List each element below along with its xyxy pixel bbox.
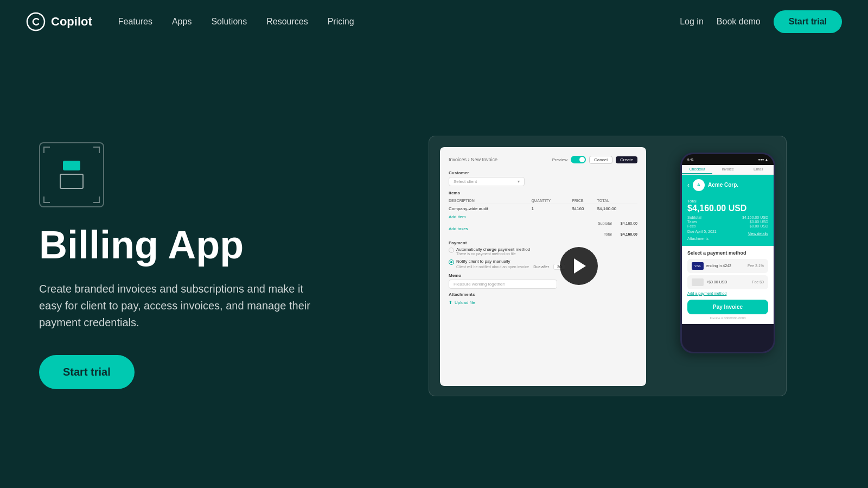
- invoice-header: Invoices › New Invoice Preview Cancel Cr…: [449, 156, 637, 164]
- card-ending: ending in 4242: [706, 264, 731, 268]
- ach-info-row: +$0.00 USD: [692, 278, 727, 286]
- hero-left: Billing App Create branded invoices and …: [39, 142, 354, 390]
- add-payment-link[interactable]: Add a payment method: [687, 291, 768, 295]
- phone-time: 9:41: [687, 158, 694, 161]
- upload-label: Upload file: [455, 300, 475, 305]
- attachments-label: Attachments: [449, 292, 637, 297]
- invoice-breadcrumb: Invoices › New Invoice: [449, 157, 497, 162]
- payment-label: Payment: [449, 240, 637, 245]
- add-item-link[interactable]: Add item: [449, 214, 637, 219]
- item-total: $4,160.00: [597, 204, 637, 213]
- items-label: Items: [449, 191, 637, 195]
- hero-title: Billing App: [39, 225, 354, 266]
- invoice-desktop-ui: Invoices › New Invoice Preview Cancel Cr…: [440, 147, 646, 386]
- phone-total-section: Total $4,160.00 USD Subtotal $4,160.00 U…: [682, 195, 774, 246]
- login-link[interactable]: Log in: [680, 17, 704, 27]
- phone-breakdown: Subtotal $4,160.00 USD Taxes $0.00 USD F…: [687, 216, 768, 228]
- breakdown-subtotal-label: Subtotal: [687, 216, 701, 219]
- item-quantity: 1: [531, 204, 572, 213]
- auto-charge-text: Automatically charge payment method Ther…: [456, 247, 530, 256]
- memo-input[interactable]: Pleasure working together!: [449, 280, 557, 289]
- billing-icon-top-shape: [63, 161, 80, 170]
- phone-signal: ●●● ▲: [758, 158, 768, 161]
- nav-item-solutions[interactable]: Solutions: [211, 17, 247, 27]
- corner-tr: [93, 147, 100, 153]
- items-section: Items DESCRIPTION QUANTITY PRICE TOTAL: [449, 191, 637, 236]
- pay-invoice-button[interactable]: Pay Invoice: [687, 300, 768, 314]
- corner-bl: [43, 197, 50, 203]
- items-table: DESCRIPTION QUANTITY PRICE TOTAL Company…: [449, 198, 637, 213]
- book-demo-link[interactable]: Book demo: [717, 17, 761, 27]
- auto-charge-label: Automatically charge payment method: [456, 247, 530, 252]
- billing-icon-bottom-shape: [60, 174, 84, 189]
- customer-section: Customer Select client ▾: [449, 170, 637, 186]
- preview-label: Preview: [552, 157, 567, 162]
- cancel-button[interactable]: Cancel: [589, 156, 612, 164]
- view-details-link[interactable]: View details: [748, 232, 768, 236]
- col-description: DESCRIPTION: [449, 198, 531, 204]
- svg-point-0: [27, 13, 44, 30]
- phone-mockup: 9:41 ●●● ▲ Checkout Invoice Email ‹ A Ac…: [680, 153, 775, 353]
- breakdown-fees-value: $0.00 USD: [750, 224, 768, 228]
- navbar: Copilot Features Apps Solutions Resource…: [0, 0, 868, 43]
- phone-tab-email[interactable]: Email: [743, 165, 774, 174]
- phone-company-header: ‹ A Acme Corp.: [682, 175, 774, 195]
- item-price: $4160: [572, 204, 597, 213]
- auto-charge-radio[interactable]: [449, 248, 454, 253]
- back-icon[interactable]: ‹: [687, 181, 690, 189]
- card-brand-icon: VISA: [694, 264, 700, 268]
- notify-radio[interactable]: [449, 259, 454, 265]
- auto-charge-sub: There is no payment method on file: [456, 252, 530, 256]
- total-label: Total: [604, 232, 612, 236]
- payment-method-card[interactable]: VISA ending in 4242 Fee 3.1%: [687, 259, 768, 273]
- col-total: TOTAL: [597, 198, 637, 204]
- create-button[interactable]: Create: [616, 156, 637, 163]
- due-after-row: Client will be notified about an open in…: [456, 264, 565, 270]
- upload-icon: ⬆: [449, 300, 452, 305]
- start-trial-nav-button[interactable]: Start trial: [774, 10, 842, 33]
- logo[interactable]: Copilot: [26, 12, 92, 31]
- payment-section-title: Select a payment method: [687, 250, 768, 256]
- invoice-total-row: Total $4,160.00: [449, 232, 637, 236]
- add-taxes-link[interactable]: Add taxes: [449, 226, 637, 231]
- upload-file-button[interactable]: ⬆ Upload file: [449, 300, 637, 305]
- hero-description: Create branded invoices and subscription…: [39, 281, 321, 331]
- ach-fee: Fee $0: [752, 280, 764, 284]
- nav-item-pricing[interactable]: Pricing: [328, 17, 354, 27]
- nav-right: Log in Book demo Start trial: [680, 10, 842, 33]
- subtotal-value: $4,160.00: [621, 221, 637, 225]
- phone-tabs: Checkout Invoice Email: [682, 165, 774, 175]
- nav-links: Features Apps Solutions Resources Pricin…: [118, 17, 354, 27]
- breakdown-taxes-label: Taxes: [687, 220, 697, 224]
- company-name: Acme Corp.: [708, 182, 738, 188]
- subtotal-label: Subtotal: [598, 221, 612, 225]
- product-demo-container: Invoices › New Invoice Preview Cancel Cr…: [429, 136, 787, 396]
- chevron-down-icon: ▾: [518, 179, 520, 184]
- billing-app-icon: [39, 142, 104, 207]
- breakdown-fees-label: Fees: [687, 224, 696, 228]
- memo-section: Memo Pleasure working together!: [449, 273, 637, 289]
- nav-item-resources[interactable]: Resources: [266, 17, 308, 27]
- start-trial-hero-button[interactable]: Start trial: [39, 355, 135, 389]
- breakdown-fees: Fees $0.00 USD: [687, 224, 768, 228]
- preview-toggle[interactable]: [571, 156, 586, 163]
- invoice-totals: Subtotal $4,160.00: [449, 221, 637, 225]
- play-button[interactable]: [560, 247, 598, 285]
- payment-method-ach[interactable]: +$0.00 USD Fee $0: [687, 275, 768, 289]
- attachments-link[interactable]: Attachments: [687, 237, 768, 240]
- phone-tab-invoice[interactable]: Invoice: [712, 165, 743, 174]
- phone-total-label: Total: [687, 199, 768, 204]
- nav-item-apps[interactable]: Apps: [172, 17, 192, 27]
- ach-amount: +$0.00 USD: [706, 280, 727, 284]
- corner-br: [93, 197, 100, 203]
- phone-total-amount: $4,160.00 USD: [687, 204, 768, 213]
- corner-tl: [43, 147, 50, 153]
- select-client-dropdown[interactable]: Select client ▾: [449, 177, 525, 186]
- notify-sub: Client will be notified about an open in…: [456, 265, 529, 269]
- phone-tab-checkout[interactable]: Checkout: [682, 165, 712, 174]
- notify-option: Notify client to pay manually Client wil…: [449, 259, 637, 270]
- col-price: PRICE: [572, 198, 597, 204]
- memo-label: Memo: [449, 273, 637, 278]
- nav-item-features[interactable]: Features: [118, 17, 152, 27]
- select-client-placeholder: Select client: [454, 179, 477, 184]
